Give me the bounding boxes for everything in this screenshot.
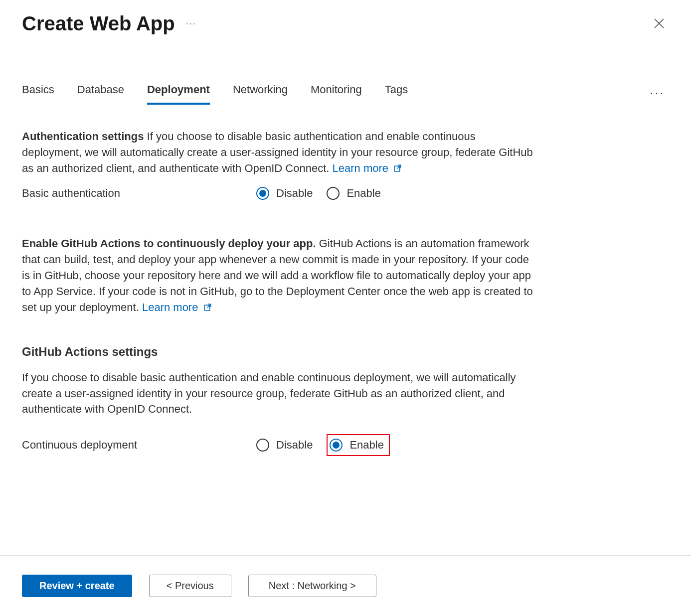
- next-button[interactable]: Next : Networking >: [248, 575, 376, 597]
- tab-networking[interactable]: Networking: [233, 82, 288, 105]
- radio-icon: [327, 187, 340, 200]
- gha-learn-more-link[interactable]: Learn more: [142, 301, 212, 313]
- external-link-icon: [393, 164, 402, 172]
- header-left: Create Web App ···: [22, 9, 196, 38]
- auth-paragraph: Authentication settings If you choose to…: [22, 129, 536, 176]
- auth-heading: Authentication settings: [22, 130, 144, 143]
- gha-settings-desc: If you choose to disable basic authentic…: [22, 370, 536, 418]
- link-text: Learn more: [333, 162, 389, 174]
- basic-auth-field: Basic authentication Disable Enable: [22, 185, 536, 201]
- page-title: Create Web App: [22, 9, 175, 38]
- radio-icon: [256, 439, 269, 452]
- link-text: Learn more: [142, 301, 198, 313]
- radio-icon: [256, 187, 269, 200]
- review-create-button[interactable]: Review + create: [22, 575, 132, 597]
- continuous-deployment-label: Continuous deployment: [22, 437, 256, 453]
- basic-auth-radio-group: Disable Enable: [256, 185, 381, 201]
- continuous-deployment-enable-option[interactable]: Enable: [327, 434, 390, 456]
- gha-settings-heading: GitHub Actions settings: [22, 343, 536, 361]
- continuous-deployment-radio-group: Disable Enable: [256, 434, 390, 456]
- gha-heading: Enable GitHub Actions to continuously de…: [22, 237, 316, 250]
- continuous-deployment-disable-option[interactable]: Disable: [256, 437, 313, 453]
- footer: Review + create < Previous Next : Networ…: [0, 555, 691, 616]
- close-icon: [654, 18, 665, 29]
- tabs: Basics Database Deployment Networking Mo…: [22, 82, 408, 105]
- content: Authentication settings If you choose to…: [0, 105, 558, 555]
- tab-monitoring[interactable]: Monitoring: [311, 82, 362, 105]
- radio-label: Disable: [276, 185, 313, 201]
- radio-icon: [330, 439, 343, 452]
- continuous-deployment-field: Continuous deployment Disable Enable: [22, 434, 536, 456]
- tabs-row: Basics Database Deployment Networking Mo…: [0, 82, 691, 105]
- svg-line-5: [207, 304, 210, 308]
- title-more-icon[interactable]: ···: [186, 17, 196, 30]
- header: Create Web App ···: [0, 0, 691, 38]
- previous-button[interactable]: < Previous: [149, 575, 231, 597]
- tabs-more-icon[interactable]: ···: [650, 85, 669, 101]
- tab-basics[interactable]: Basics: [22, 82, 54, 105]
- external-link-icon: [203, 303, 212, 311]
- close-button[interactable]: [649, 13, 669, 33]
- tab-database[interactable]: Database: [77, 82, 124, 105]
- radio-label: Enable: [349, 437, 384, 453]
- tab-deployment[interactable]: Deployment: [147, 82, 210, 105]
- radio-label: Enable: [346, 185, 381, 201]
- radio-label: Disable: [276, 437, 313, 453]
- basic-auth-disable-option[interactable]: Disable: [256, 185, 313, 201]
- basic-auth-label: Basic authentication: [22, 185, 256, 201]
- gha-paragraph: Enable GitHub Actions to continuously de…: [22, 236, 536, 315]
- basic-auth-enable-option[interactable]: Enable: [327, 185, 381, 201]
- tab-tags[interactable]: Tags: [385, 82, 408, 105]
- svg-line-3: [397, 165, 401, 168]
- auth-learn-more-link[interactable]: Learn more: [333, 162, 402, 174]
